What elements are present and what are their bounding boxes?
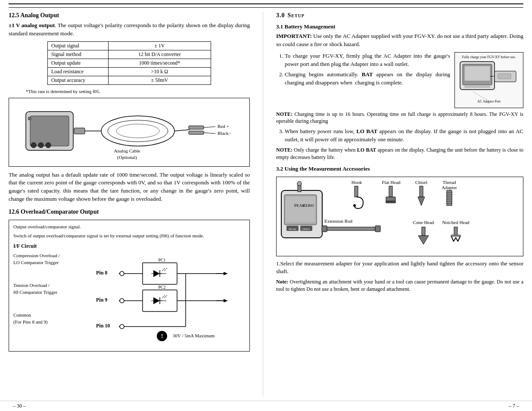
section-12-5-intro: ±1 V analog output. The output voltage's… [9,22,250,38]
table-row: Load resistance >10 k Ω [48,67,211,76]
overload-box: Output overload/comparator signal. Switc… [9,220,250,352]
overload-line1: Output overload/comparator signal. [13,224,245,230]
svg-text:30V / 5mA Maximum: 30V / 5mA Maximum [173,333,215,338]
svg-rect-83 [420,186,423,197]
svg-text:!: ! [161,333,163,339]
step-1: To charge your FGV-XY, firmly plug the A… [285,52,450,68]
svg-text:Notched Head: Notched Head [442,220,470,225]
svg-point-23 [120,299,124,303]
table-cell-label: Signal method [48,50,109,59]
svg-marker-84 [418,197,425,206]
svg-rect-60 [498,74,511,79]
table-cell-label: Output accuracy [48,76,109,84]
step-list-2: When battery power runs low, LO BAT appe… [276,128,523,144]
analog-diagram: Red + Black− Analog Cable (Optional) [9,98,250,167]
label-main-1: Compression Overload / [13,252,91,259]
left-page-number: – 30 – [13,403,26,409]
section-12-5-heading: 12.5 Analog Output [9,12,250,19]
section-12-6: 12.6 Overload/Comparator Output Output o… [9,209,250,352]
battery-diagram-svg: Fully charge your FGV-XY before use. AC … [456,53,523,107]
analog-cable-optional: (Optional) [117,155,137,160]
svg-point-8 [108,120,168,142]
svg-line-11 [174,130,190,131]
circuit-labels: Compression Overload / LO Comparator Tri… [13,252,91,348]
important-paragraph: IMPORTANT: Use only the AC Adapter suppl… [276,32,523,49]
table-cell-value: 1000 times/second* [108,59,211,67]
left-column: 12.5 Analog Output ±1 V analog output. T… [9,12,250,396]
svg-rect-12 [189,126,204,129]
label-group-3: Common (For Pins 8 and 9) [13,311,91,326]
svg-line-15 [204,133,215,134]
svg-rect-79 [389,186,392,197]
section-3-2-heading: 3.2 Using the Measurement Accessories [276,165,523,172]
right-column: 3.0 Setup 3.1 Battery Management IMPORTA… [263,12,523,396]
svg-point-77 [353,204,356,207]
svg-rect-66 [286,196,315,222]
table-row: Output accuracy ± 50mV [48,76,211,84]
svg-text:Thread: Thread [442,180,456,185]
note-2: NOTE: Only charge the battery when LO BA… [276,146,523,161]
top-border-lines [9,3,523,8]
svg-point-2 [31,143,36,148]
section-3-0-title: Setup [288,12,305,19]
right-page-number: – 7 – [509,403,519,409]
section-3-1-heading: 3.1 Battery Management [276,23,523,30]
svg-text:Pin 9: Pin 9 [96,297,107,303]
svg-rect-13 [189,131,204,134]
note-1: NOTE: Charging time is up to 16 hours. O… [276,111,523,125]
step-1-accessories: 1.Select the measurement adapter for you… [276,260,523,276]
svg-text:ZERO: ZERO [303,203,314,208]
table-cell-value: >10 k Ω [108,67,211,76]
svg-text:Chisel: Chisel [415,180,427,185]
section-3-2: 3.2 Using the Measurement Accessories PE… [276,165,523,293]
svg-rect-5 [28,117,31,120]
table-row: Signal method 12 bit D/A converter [48,50,211,59]
svg-rect-81 [386,201,395,203]
svg-marker-48 [224,299,228,302]
svg-point-24 [120,324,124,329]
svg-text:Pin 8: Pin 8 [96,270,107,276]
svg-text:AC Adapter Port: AC Adapter Port [477,100,501,103]
svg-rect-97 [375,226,380,232]
section-3-0-header: 3.0 Setup [276,12,523,19]
svg-rect-96 [322,226,327,232]
table-cell-label: Output update [48,59,109,67]
table-footnote: *This rate is determined by setting f05. [26,88,250,95]
step-list: To charge your FGV-XY, firmly plug the A… [276,52,450,87]
black-label: Black− [218,131,231,136]
note-accessories-text: Overtightening an attachment with your h… [276,279,523,292]
label-main-3: Common [13,311,91,319]
svg-rect-57 [464,86,490,88]
label-group-2: Tension Overload / HI Comparator Trigger [13,282,91,296]
label-sub-3: (For Pins 8 and 9) [13,318,91,326]
svg-point-74 [297,181,302,186]
red-label: Red + [218,124,229,129]
svg-text:PC2: PC2 [158,285,165,290]
table-cell-value: ± 1V [108,41,211,50]
svg-marker-100 [418,236,429,244]
circuit-diagram-area: Pin 8 Pin 9 Pin 10 [95,252,245,348]
section-12-5-body: The analog output has a default update r… [9,171,250,203]
svg-rect-80 [386,197,395,201]
important-label: IMPORTANT: [276,33,312,39]
section-12-6-heading: 12.6 Overload/Comparator Output [9,209,250,215]
battery-text: To charge your FGV-XY, firmly plug the A… [276,52,450,108]
svg-rect-1 [30,116,69,146]
table-row: Output update 1000 times/second* [48,59,211,67]
svg-line-14 [204,127,215,128]
page-footer: – 30 – – 7 – [0,401,532,411]
svg-point-22 [120,271,124,276]
label-main-2: Tension Overload / [13,282,91,289]
note-2-label: NOTE: [276,147,292,153]
svg-text:PEAK: PEAK [289,227,296,231]
circuit-label: I/F Circuit [13,243,245,249]
battery-image-box: Fully charge your FGV-XY before use. AC … [454,52,523,108]
note-2-text: Only charge the battery when LO BAT appe… [276,147,523,160]
note-1-text: Charging time is up to 16 hours. Operati… [276,111,523,125]
label-sub-1: LO Comparator Trigger [13,259,91,266]
section-12-5: 12.5 Analog Output ±1 V analog output. T… [9,12,250,203]
svg-text:PC1: PC1 [158,258,165,262]
label-sub-2: HI Comparator Trigger [13,289,91,296]
battery-content: To charge your FGV-XY, firmly plug the A… [276,52,523,108]
label-group-1: Compression Overload / LO Comparator Tri… [13,252,91,266]
